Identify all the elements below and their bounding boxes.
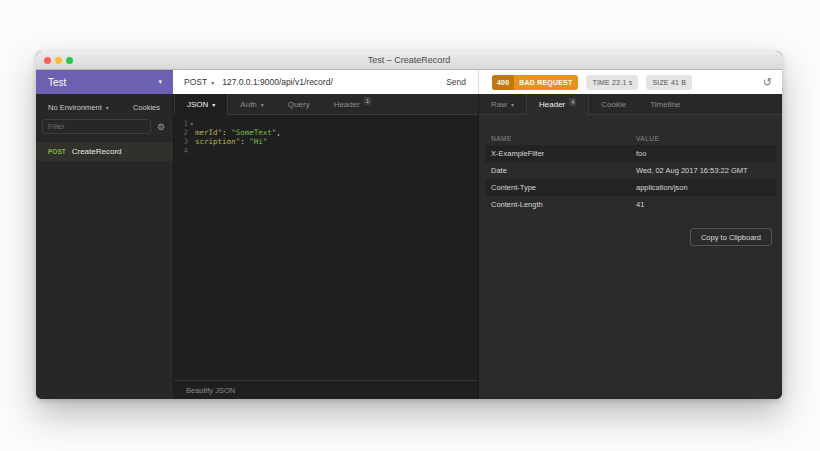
environment-row: No Environment ▾ Cookies (36, 99, 173, 115)
tab-request-header[interactable]: Header 1 (322, 94, 383, 114)
method-dropdown[interactable]: POST (184, 77, 207, 87)
copy-row: Copy to Clipboard (479, 213, 782, 246)
editor-line: 3 scription": "Hi" (174, 137, 478, 146)
header-name: Content-Length (491, 200, 636, 209)
header-name: Date (491, 166, 636, 175)
copy-to-clipboard-button[interactable]: Copy to Clipboard (690, 228, 772, 246)
zoom-button[interactable] (66, 57, 73, 64)
close-button[interactable] (44, 57, 51, 64)
table-row: Content-Type application/json (485, 179, 776, 196)
environment-dropdown[interactable]: No Environment ▾ (48, 103, 109, 112)
chevron-down-icon: ▾ (261, 101, 264, 108)
beautify-json-button[interactable]: Beautify JSON (186, 386, 235, 395)
tab-cookie-label: Cookie (601, 100, 626, 109)
response-meta-bar: 400 BAD REQUEST TIME 22.1 s SIZE 41 B ↺ (478, 70, 782, 94)
line-number: 3 (174, 137, 188, 146)
header-value: foo (636, 149, 770, 158)
tab-response-header-label: Header (539, 100, 565, 109)
editor-line: 2 merId": "SomeText", (174, 128, 478, 137)
tab-response-header[interactable]: Header 4 (526, 94, 589, 115)
table-row: X-ExampleFilter foo (485, 145, 776, 162)
tab-timeline[interactable]: Timeline (638, 94, 692, 114)
tab-cookie[interactable]: Cookie (589, 94, 638, 114)
request-tabbar: JSON ▾ Auth ▾ Query Header 1 (174, 94, 478, 115)
chevron-down-icon: ▾ (106, 104, 109, 111)
status-badge: 400 BAD REQUEST (492, 75, 578, 90)
table-header-row: NAME VALUE (485, 131, 776, 145)
header-value: application/json (636, 183, 770, 192)
editor-footer: Beautify JSON (174, 380, 478, 399)
traffic-lights (44, 57, 73, 64)
table-row: Date Wed, 02 Aug 2017 16:53:22 GMT (485, 162, 776, 179)
window-title: Test – CreateRecord (36, 51, 782, 69)
tab-raw-label: Raw (491, 100, 507, 109)
table-row: Content-Length 41 (485, 196, 776, 213)
header-value: 41 (636, 200, 770, 209)
header-value: Wed, 02 Aug 2017 16:53:22 GMT (636, 166, 770, 175)
filter-row: ⚙ (36, 119, 173, 134)
minimize-button[interactable] (55, 57, 62, 64)
chevron-down-icon: ▾ (511, 101, 514, 108)
code-text: merId": "SomeText", (195, 128, 281, 137)
response-tabbar: Raw ▾ Header 4 Cookie Timeline (479, 94, 782, 115)
response-headers-table: NAME VALUE X-ExampleFilter foo Date Wed,… (479, 131, 782, 213)
tab-query-label: Query (288, 100, 310, 109)
response-header-count-badge: 4 (569, 98, 576, 106)
header-name: Content-Type (491, 183, 636, 192)
chevron-down-icon: ▾ (212, 101, 215, 108)
status-code: 400 (492, 75, 514, 90)
response-panel: Raw ▾ Header 4 Cookie Timeline NAME VALU… (478, 94, 782, 399)
editor-line: 4 (174, 146, 478, 155)
column-value: VALUE (636, 135, 770, 142)
request-header-count-badge: 1 (364, 97, 371, 105)
send-button[interactable]: Send (446, 77, 466, 87)
request-panel: JSON ▾ Auth ▾ Query Header 1 1 ▾ (173, 94, 478, 399)
time-badge: TIME 22.1 s (586, 75, 638, 90)
request-list: POST CreateRecord (36, 142, 173, 161)
tab-request-header-label: Header (334, 100, 360, 109)
line-number: 4 (174, 146, 188, 155)
tab-auth[interactable]: Auth ▾ (228, 94, 275, 114)
history-icon[interactable]: ↺ (763, 77, 772, 88)
editor-line: 1 ▾ (174, 119, 478, 128)
top-row: Test ▾ POST ▾ 127.0.0.1:9000/api/v1/reco… (36, 70, 782, 94)
workspace-dropdown[interactable]: Test ▾ (36, 70, 173, 94)
line-number: 1 (174, 119, 188, 128)
chevron-down-icon: ▾ (158, 78, 162, 86)
tab-json[interactable]: JSON ▾ (174, 94, 228, 115)
filter-input[interactable] (42, 119, 151, 134)
environment-label: No Environment (48, 103, 102, 112)
fold-icon[interactable]: ▾ (190, 119, 194, 128)
app-window: Test – CreateRecord Test ▾ POST ▾ 127.0.… (36, 51, 782, 399)
url-bar: POST ▾ 127.0.0.1:9000/api/v1/record/ Sen… (173, 70, 478, 94)
tab-query[interactable]: Query (276, 94, 322, 114)
tab-auth-label: Auth (240, 100, 256, 109)
chevron-down-icon: ▾ (211, 79, 214, 86)
sidebar: No Environment ▾ Cookies ⚙ POST CreateRe… (36, 94, 173, 399)
tab-timeline-label: Timeline (650, 100, 680, 109)
request-method-tag: POST (48, 148, 66, 155)
url-input[interactable]: 127.0.0.1:9000/api/v1/record/ (222, 77, 333, 87)
tab-json-label: JSON (187, 100, 208, 109)
code-text: scription": "Hi" (195, 137, 267, 146)
size-badge: SIZE 41 B (646, 75, 692, 90)
gear-icon[interactable]: ⚙ (157, 122, 165, 132)
cookies-button[interactable]: Cookies (133, 103, 160, 112)
status-text: BAD REQUEST (519, 79, 572, 86)
workspace-name: Test (48, 77, 66, 88)
line-number: 2 (174, 128, 188, 137)
request-item-createrecord[interactable]: POST CreateRecord (36, 142, 173, 161)
tab-raw[interactable]: Raw ▾ (479, 94, 526, 114)
column-name: NAME (491, 135, 636, 142)
titlebar: Test – CreateRecord (36, 51, 782, 70)
request-name: CreateRecord (72, 147, 122, 156)
header-name: X-ExampleFilter (491, 149, 636, 158)
json-editor[interactable]: 1 ▾ 2 merId": "SomeText", 3 scription": … (174, 115, 478, 380)
main-content: No Environment ▾ Cookies ⚙ POST CreateRe… (36, 94, 782, 399)
